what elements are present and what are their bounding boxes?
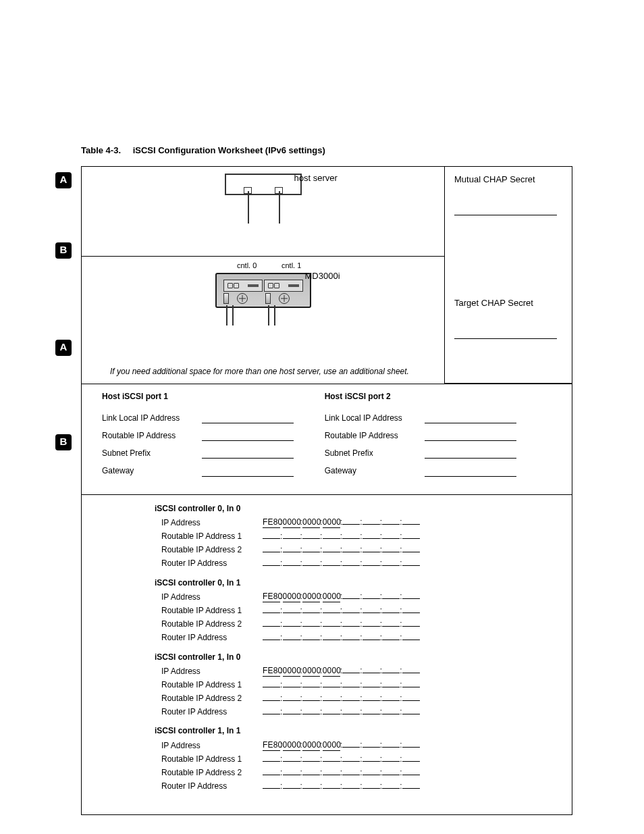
ipv6-group[interactable] <box>402 747 420 748</box>
ipv6-group[interactable] <box>342 538 360 539</box>
ipv6-group[interactable] <box>323 613 340 613</box>
p1-subnet-field[interactable] <box>202 458 294 459</box>
p1-routable-field[interactable] <box>202 440 294 441</box>
ipv6-group[interactable] <box>382 714 400 714</box>
ipv6-group[interactable] <box>302 687 320 687</box>
ipv6-group[interactable]: 0000 <box>302 591 320 602</box>
ipv6-group[interactable] <box>382 788 400 789</box>
ipv6-group[interactable] <box>342 747 360 748</box>
ipv6-group[interactable] <box>263 626 280 627</box>
p2-subnet-field[interactable] <box>425 458 516 459</box>
ipv6-group[interactable] <box>402 626 420 627</box>
ipv6-group[interactable] <box>283 714 300 714</box>
ipv6-group[interactable] <box>363 714 380 714</box>
ipv6-group[interactable] <box>342 565 360 566</box>
ipv6-group[interactable]: FE80 <box>263 665 280 677</box>
ipv6-group[interactable] <box>402 673 420 673</box>
ipv6-group[interactable] <box>382 538 400 539</box>
ipv6-group[interactable]: 0000 <box>283 739 300 751</box>
ipv6-group[interactable] <box>363 687 380 687</box>
ipv6-group[interactable] <box>323 714 340 714</box>
ipv6-group[interactable] <box>363 673 380 673</box>
ipv6-group[interactable] <box>342 714 360 714</box>
ipv6-group[interactable] <box>363 775 380 775</box>
ipv6-group[interactable] <box>283 552 300 552</box>
ipv6-group[interactable] <box>323 700 340 701</box>
target-chap-field[interactable] <box>454 338 557 339</box>
ipv6-group[interactable] <box>382 613 400 613</box>
ipv6-group[interactable] <box>363 788 380 789</box>
ipv6-group[interactable] <box>263 788 280 789</box>
ipv6-group[interactable] <box>323 538 340 539</box>
ipv6-group[interactable] <box>342 598 360 599</box>
ipv6-group[interactable] <box>263 565 280 566</box>
ipv6-group[interactable] <box>263 640 280 640</box>
p1-link-local-field[interactable] <box>202 423 294 423</box>
ipv6-group[interactable] <box>263 538 280 539</box>
ipv6-group[interactable] <box>402 775 420 775</box>
ipv6-group[interactable] <box>263 761 280 762</box>
ipv6-group[interactable] <box>302 714 320 714</box>
ipv6-group[interactable] <box>382 598 400 599</box>
p1-gateway-field[interactable] <box>202 476 294 477</box>
ipv6-group[interactable] <box>402 687 420 687</box>
p2-gateway-field[interactable] <box>425 476 516 477</box>
ipv6-group[interactable] <box>283 775 300 775</box>
ipv6-group[interactable]: 0000 <box>283 591 300 602</box>
ipv6-group[interactable]: 0000 <box>302 739 320 751</box>
ipv6-group[interactable] <box>283 565 300 566</box>
ipv6-group[interactable] <box>402 565 420 566</box>
ipv6-group[interactable] <box>263 687 280 687</box>
ipv6-group[interactable] <box>363 552 380 552</box>
ipv6-group[interactable] <box>302 775 320 775</box>
ipv6-group[interactable]: 0000 <box>323 739 340 751</box>
ipv6-group[interactable] <box>402 714 420 714</box>
ipv6-group[interactable] <box>323 775 340 775</box>
ipv6-group[interactable] <box>263 613 280 613</box>
ipv6-group[interactable] <box>402 788 420 789</box>
ipv6-group[interactable] <box>363 538 380 539</box>
ipv6-group[interactable]: 0000 <box>323 665 340 677</box>
ipv6-group[interactable] <box>342 626 360 627</box>
ipv6-group[interactable] <box>363 565 380 566</box>
ipv6-group[interactable] <box>283 687 300 687</box>
ipv6-group[interactable] <box>323 552 340 552</box>
ipv6-group[interactable] <box>382 552 400 552</box>
ipv6-group[interactable] <box>382 673 400 673</box>
ipv6-group[interactable] <box>302 613 320 613</box>
ipv6-group[interactable] <box>302 788 320 789</box>
ipv6-group[interactable] <box>363 747 380 748</box>
ipv6-group[interactable] <box>363 598 380 599</box>
ipv6-group[interactable] <box>302 761 320 762</box>
ipv6-group[interactable] <box>363 640 380 640</box>
ipv6-group[interactable]: 0000 <box>323 517 340 528</box>
ipv6-group[interactable] <box>363 626 380 627</box>
ipv6-group[interactable] <box>283 626 300 627</box>
ipv6-group[interactable] <box>263 775 280 775</box>
ipv6-group[interactable]: 0000 <box>283 665 300 677</box>
ipv6-group[interactable] <box>283 640 300 640</box>
ipv6-group[interactable] <box>402 552 420 552</box>
ipv6-group[interactable]: 0000 <box>302 517 320 528</box>
ipv6-group[interactable] <box>363 700 380 701</box>
ipv6-group[interactable] <box>283 613 300 613</box>
ipv6-group[interactable] <box>283 700 300 701</box>
ipv6-group[interactable] <box>283 788 300 789</box>
ipv6-group[interactable]: 0000 <box>323 591 340 602</box>
ipv6-group[interactable]: FE80 <box>263 739 280 751</box>
ipv6-group[interactable] <box>402 761 420 762</box>
ipv6-group[interactable] <box>302 626 320 627</box>
ipv6-group[interactable] <box>363 613 380 613</box>
ipv6-group[interactable] <box>342 761 360 762</box>
ipv6-group[interactable] <box>402 640 420 640</box>
ipv6-group[interactable] <box>323 565 340 566</box>
ipv6-group[interactable]: 0000 <box>283 517 300 528</box>
ipv6-group[interactable] <box>342 687 360 687</box>
ipv6-group[interactable] <box>382 761 400 762</box>
ipv6-group[interactable] <box>302 640 320 640</box>
ipv6-group[interactable] <box>323 788 340 789</box>
ipv6-group[interactable] <box>402 524 420 525</box>
ipv6-group[interactable] <box>263 552 280 552</box>
ipv6-group[interactable] <box>323 626 340 627</box>
ipv6-group[interactable] <box>382 524 400 525</box>
